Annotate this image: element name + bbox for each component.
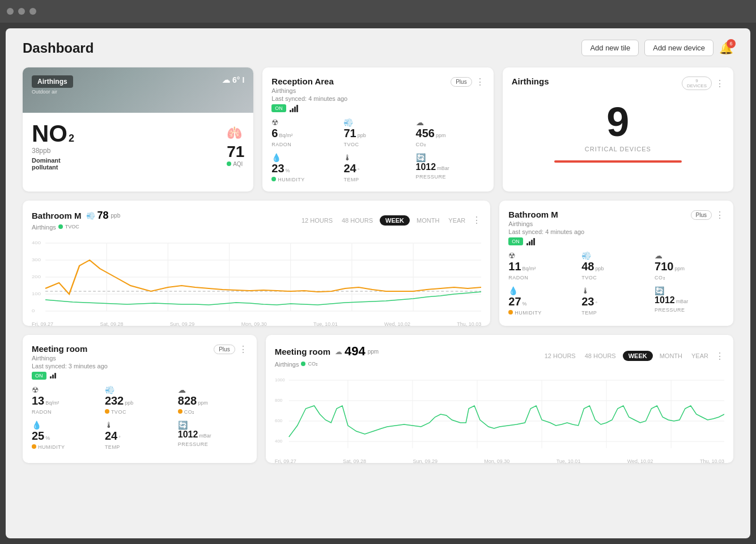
aqi-section: 🫁 71 AQI bbox=[227, 126, 244, 167]
bm-co2-value: 710 ppm bbox=[655, 260, 724, 273]
time-year-btn[interactable]: YEAR bbox=[446, 216, 468, 225]
bm-tvoc-value: 48 ppb bbox=[581, 260, 651, 273]
meeting-time-month-btn[interactable]: MONTH bbox=[657, 351, 685, 360]
pollutant-label2: pollutant bbox=[32, 164, 74, 171]
main-content: Dashboard Add new tile Add new device 🔔 … bbox=[6, 28, 750, 538]
meeting-room-last-sync: Last synced: 3 minutes ago bbox=[32, 363, 108, 369]
mr-tvoc-icon: 💨 bbox=[105, 385, 175, 394]
meeting-time-year-btn[interactable]: YEAR bbox=[689, 351, 711, 360]
meeting-chart-more-btn[interactable]: ⋮ bbox=[715, 351, 724, 362]
humidity-status: HUMIDITY bbox=[271, 175, 340, 182]
aqi-text: AQI bbox=[233, 161, 243, 167]
co2-icon: ☁ bbox=[416, 118, 485, 127]
add-device-button[interactable]: Add new device bbox=[644, 40, 713, 56]
bm-humidity-icon: 💧 bbox=[508, 286, 578, 295]
bm-signal-bar-2 bbox=[529, 241, 530, 245]
meeting-time-48h-btn[interactable]: 48 HOURS bbox=[583, 351, 618, 360]
bathroom-m-subtitle: Airthings bbox=[508, 220, 584, 227]
aqi-number: 71 bbox=[227, 143, 244, 161]
metric-tvoc: 💨 71 ppb TVOC bbox=[343, 118, 412, 147]
window-maximize-dot[interactable] bbox=[29, 8, 36, 15]
time-48h-btn[interactable]: 48 HOURS bbox=[339, 216, 375, 225]
header: Dashboard Add new tile Add new device 🔔 … bbox=[23, 40, 733, 56]
row-3-grid: Meeting room Airthings Last synced: 3 mi… bbox=[23, 335, 733, 463]
mc-x-label-sat: Sat, 09.28 bbox=[343, 458, 366, 464]
metric-radon: ☢ 6 Bq/m² RADON bbox=[271, 118, 340, 147]
bathroom-chart-more-btn[interactable]: ⋮ bbox=[472, 215, 481, 226]
metric-temp: 🌡 24 ° TEMP bbox=[343, 153, 412, 182]
time-12h-btn[interactable]: 12 HOURS bbox=[299, 216, 335, 225]
title-bar bbox=[0, 0, 756, 23]
devices-count: 9 bbox=[687, 78, 707, 83]
x-label-sun: Sun, 09.29 bbox=[170, 321, 195, 327]
humidity-value: 23 % bbox=[271, 162, 340, 175]
mc-x-label-fri: Fri, 09.27 bbox=[275, 458, 296, 464]
devices-badge: 9 DEVICES bbox=[682, 76, 712, 90]
bathroom-m-status-bar: ON bbox=[508, 237, 584, 245]
window-minimize-dot[interactable] bbox=[18, 8, 25, 15]
time-week-btn-active[interactable]: WEEK bbox=[380, 215, 410, 226]
bm-signal-bar-4 bbox=[533, 238, 535, 245]
mr-signal-bars bbox=[50, 373, 56, 379]
airthings-more-btn[interactable]: ⋮ bbox=[715, 78, 724, 89]
signal-bar-1 bbox=[290, 110, 291, 112]
mr-metric-co2: ☁ 828 ppm CO₂ bbox=[178, 385, 248, 415]
bathroom-m-card: Bathroom M Airthings Last synced: 4 minu… bbox=[499, 201, 733, 326]
add-tile-button[interactable]: Add new tile bbox=[581, 40, 639, 56]
meeting-time-week-btn-active[interactable]: WEEK bbox=[623, 351, 653, 361]
cloud-icon: ☁ bbox=[222, 75, 230, 84]
pollutant-label: Dominant bbox=[32, 157, 74, 164]
co2-value: 456 ppm bbox=[416, 127, 485, 140]
aqi-label: AQI bbox=[227, 161, 244, 167]
reception-more-btn[interactable]: ⋮ bbox=[475, 76, 485, 87]
meeting-room-more-btn[interactable]: ⋮ bbox=[239, 344, 248, 355]
meeting-time-12h-btn[interactable]: 12 HOURS bbox=[542, 351, 578, 360]
bm-pressure-label: PRESSURE bbox=[655, 307, 724, 313]
metric-pressure: 🔄 1012 mBar PRESSURE bbox=[416, 153, 485, 182]
bathroom-tvoc-value: 78 bbox=[97, 210, 109, 222]
bathroom-m-title-block: Bathroom M Airthings Last synced: 4 minu… bbox=[508, 210, 584, 245]
x-label-thu: Thu, 10.03 bbox=[457, 321, 481, 327]
humidity-label: HUMIDITY bbox=[278, 177, 305, 182]
outdoor-location-block: Airthings Outdoor air bbox=[32, 75, 73, 95]
x-label-sat: Sat, 09.28 bbox=[100, 321, 123, 327]
x-label-tue: Tue, 10.01 bbox=[313, 321, 338, 327]
mr-humidity-label: HUMIDITY bbox=[38, 444, 65, 450]
bm-signal-bar-3 bbox=[531, 240, 533, 245]
pressure-label: PRESSURE bbox=[416, 174, 485, 180]
svg-text:400: 400 bbox=[275, 439, 283, 444]
mr-temp-value: 24 ° bbox=[105, 430, 175, 443]
reception-card-header: Reception Area Airthings Last synced: 4 … bbox=[271, 76, 484, 112]
temp-value: 24 ° bbox=[343, 162, 412, 175]
mr-tvoc-value: 232 ppb bbox=[105, 394, 175, 407]
bm-temp-label: TEMP bbox=[581, 310, 651, 316]
mr-tvoc-status: TVOC bbox=[105, 407, 175, 415]
reception-header-right: Plus ⋮ bbox=[451, 76, 484, 87]
meeting-room-status-bar: ON bbox=[32, 372, 108, 380]
notification-button[interactable]: 🔔 6 bbox=[719, 41, 733, 55]
critical-bar bbox=[554, 160, 682, 163]
bathroom-chart-header: Bathroom M 💨 78 ppb Airthings TVOC bbox=[32, 210, 481, 231]
bm-temp-icon: 🌡 bbox=[581, 286, 651, 295]
no2-value: NO bbox=[32, 122, 67, 146]
reception-status-bar: ON bbox=[271, 104, 347, 112]
aqi-value: 71 bbox=[227, 143, 244, 161]
mr-metric-pressure: 🔄 1012 mBar PRESSURE bbox=[178, 420, 248, 450]
tvoc-icon: 💨 bbox=[343, 118, 412, 127]
window-close-dot[interactable] bbox=[7, 8, 14, 15]
bm-pressure-value: 1012 mBar bbox=[655, 295, 724, 305]
signal-bar-4 bbox=[296, 105, 298, 112]
time-month-btn[interactable]: MONTH bbox=[414, 216, 441, 225]
meeting-chart-dot bbox=[301, 362, 305, 366]
bathroom-m-more-btn[interactable]: ⋮ bbox=[715, 210, 724, 220]
outdoor-card: Airthings Outdoor air ☁ 6° I NO 2 bbox=[23, 67, 253, 192]
bm-tvoc-label: TVOC bbox=[581, 275, 651, 280]
meeting-time-controls: 12 HOURS 48 HOURS WEEK MONTH YEAR ⋮ bbox=[542, 351, 724, 362]
signal-bar-2 bbox=[292, 108, 294, 112]
signal-bars bbox=[290, 105, 298, 112]
outdoor-location-sub: Outdoor air bbox=[32, 89, 73, 95]
svg-text:300: 300 bbox=[32, 257, 41, 262]
temp-icon: 🌡 bbox=[343, 153, 412, 162]
mr-radon-label: RADON bbox=[32, 409, 101, 415]
meeting-co2-value: 494 bbox=[345, 344, 366, 359]
